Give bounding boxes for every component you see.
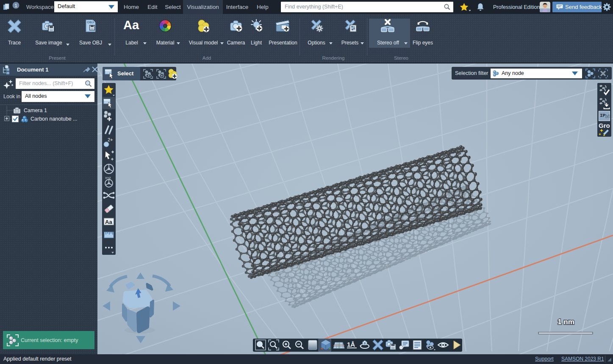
svg-text:OBJ: OBJ	[87, 20, 94, 24]
svg-text:1: 1	[14, 3, 17, 8]
svg-text:Aa: Aa	[105, 219, 112, 225]
svg-text:XYZ: XYZ	[105, 176, 111, 179]
svg-text:2+: 2+	[108, 137, 113, 142]
svg-text:1 nm: 1 nm	[558, 318, 574, 326]
svg-text:1Å: 1Å	[347, 341, 355, 348]
